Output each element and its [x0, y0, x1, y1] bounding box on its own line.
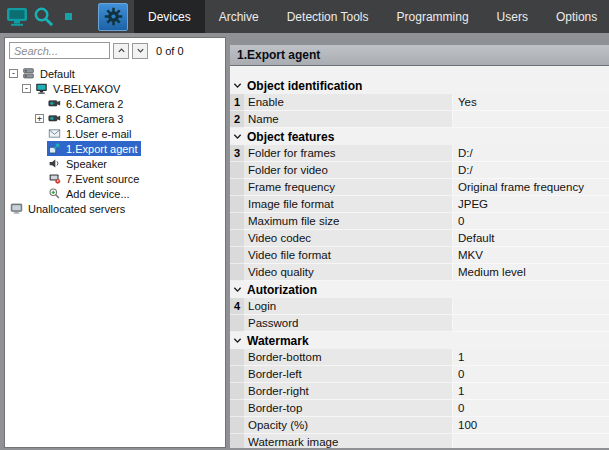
add-icon [48, 187, 63, 200]
tree-item-default[interactable]: -Default [5, 66, 225, 81]
tree-item-content[interactable]: V-BELYAKOV [34, 81, 123, 96]
chevron-down-icon[interactable] [230, 281, 244, 298]
section-label[interactable]: Watermark [244, 332, 309, 349]
tree-item-6-camera-2[interactable]: 6.Camera 2 [5, 96, 225, 111]
row-number [230, 179, 244, 196]
property-value[interactable]: Original frame frequency [453, 179, 609, 196]
property-name: Folder for video [244, 162, 453, 179]
property-name: Border-bottom [244, 349, 453, 366]
camera-icon [48, 112, 63, 125]
property-value[interactable]: 0 [453, 366, 609, 383]
property-row-video-file-format: Video file formatMKV [230, 247, 609, 264]
tree-item-add-device[interactable]: Add device... [5, 186, 225, 201]
search-icon[interactable] [30, 4, 56, 30]
property-value[interactable]: JPEG [453, 196, 609, 213]
search-input[interactable] [9, 42, 110, 59]
property-value[interactable]: 0 [453, 400, 609, 417]
monitor-icon[interactable] [4, 4, 30, 30]
property-value[interactable]: 1 [453, 349, 609, 366]
search-next-button[interactable] [132, 43, 148, 59]
application-window: DevicesArchiveDetection ToolsProgramming… [0, 0, 609, 450]
property-value[interactable]: 100 [453, 417, 609, 434]
menu-tab-programming[interactable]: Programming [383, 0, 483, 33]
tree-item-speaker[interactable]: Speaker [5, 156, 225, 171]
property-value[interactable] [453, 111, 609, 128]
tree-item-unallocated-servers[interactable]: Unallocated servers [5, 201, 225, 216]
property-value[interactable]: 1 [453, 383, 609, 400]
tree-item-content[interactable]: 1.User e-mail [47, 126, 134, 141]
property-value[interactable] [453, 315, 609, 332]
property-name: Name [244, 111, 453, 128]
tree-item-content[interactable]: 1.Export agent [47, 141, 141, 156]
property-value[interactable] [453, 434, 609, 448]
menu-tab-devices[interactable]: Devices [134, 0, 205, 33]
chevron-down-icon[interactable] [230, 77, 244, 94]
property-name: Video quality [244, 264, 453, 281]
collapse-toggle-icon[interactable]: - [9, 69, 18, 78]
menu-tab-options[interactable]: Options [542, 0, 609, 33]
collapse-toggle-icon[interactable]: - [22, 84, 31, 93]
section-label[interactable]: Object identification [244, 77, 362, 94]
row-number: 1 [230, 94, 244, 111]
menu-tab-users[interactable]: Users [483, 0, 542, 33]
row-number [230, 196, 244, 213]
property-name: Password [244, 315, 453, 332]
section-label[interactable]: Object features [244, 128, 334, 145]
section-row-object-identification: Object identification [230, 77, 609, 94]
property-value[interactable]: D:/ [453, 162, 609, 179]
tree-item-label: 1.User e-mail [66, 128, 131, 140]
tree-item-content[interactable]: 6.Camera 2 [47, 96, 126, 111]
section-row-autorization: Autorization [230, 281, 609, 298]
menu-tab-archive[interactable]: Archive [205, 0, 273, 33]
property-value[interactable]: D:/ [453, 145, 609, 162]
row-number [230, 434, 244, 448]
chevron-down-icon[interactable] [230, 128, 244, 145]
property-name: Image file format [244, 196, 453, 213]
menu-tab-detection-tools[interactable]: Detection Tools [273, 0, 383, 33]
tree-item-7-event-source[interactable]: 7.Event source [5, 171, 225, 186]
tree-item-content[interactable]: 8.Camera 3 [47, 111, 126, 126]
property-name: Maximum file size [244, 213, 453, 230]
property-grid: Object identification1EnableYes2NameObje… [230, 66, 609, 448]
tree-item-v-belyakov[interactable]: -V-BELYAKOV [5, 81, 225, 96]
event-icon [48, 172, 63, 185]
property-row-border-top: Border-top0 [230, 400, 609, 417]
servers-icon [10, 202, 25, 215]
tree-item-content[interactable]: Speaker [47, 156, 110, 171]
property-row-maximum-file-size: Maximum file size0 [230, 213, 609, 230]
gear-icon [103, 6, 124, 27]
tree-item-label: 7.Event source [66, 173, 139, 185]
section-label[interactable]: Autorization [244, 281, 317, 298]
expand-toggle-icon[interactable]: + [35, 114, 44, 123]
tree-item-1-export-agent[interactable]: 1.Export agent [5, 141, 225, 156]
tree-item-content[interactable]: Unallocated servers [9, 201, 128, 216]
property-name: Frame frequency [244, 179, 453, 196]
row-number: 2 [230, 111, 244, 128]
property-value[interactable]: Yes [453, 94, 609, 111]
search-prev-button[interactable] [113, 43, 129, 59]
property-row-frame-frequency: Frame frequencyOriginal frame frequency [230, 179, 609, 196]
tree-item-label: Unallocated servers [28, 203, 125, 215]
email-icon [48, 127, 63, 140]
tree-item-content[interactable]: Default [21, 66, 78, 81]
row-number [230, 400, 244, 417]
settings-gear-button[interactable] [98, 3, 128, 31]
tree-item-content[interactable]: Add device... [47, 186, 133, 201]
property-name: Video codec [244, 230, 453, 247]
chevron-down-icon[interactable] [230, 332, 244, 349]
property-value[interactable] [453, 298, 609, 315]
tree-item-label: 6.Camera 2 [66, 98, 123, 110]
property-value[interactable]: Medium level [453, 264, 609, 281]
row-number [230, 264, 244, 281]
property-value[interactable]: 0 [453, 213, 609, 230]
property-row-border-left: Border-left0 [230, 366, 609, 383]
tree-item-content[interactable]: 7.Event source [47, 171, 142, 186]
property-value[interactable]: MKV [453, 247, 609, 264]
property-row-login: 4Login [230, 298, 609, 315]
tree-item-1-user-e-mail[interactable]: 1.User e-mail [5, 126, 225, 141]
row-number [230, 315, 244, 332]
tree-item-8-camera-3[interactable]: +8.Camera 3 [5, 111, 225, 126]
toolbar-icon-group [0, 0, 128, 33]
property-value[interactable]: Default [453, 230, 609, 247]
property-row-watermark-image: Watermark image [230, 434, 609, 448]
